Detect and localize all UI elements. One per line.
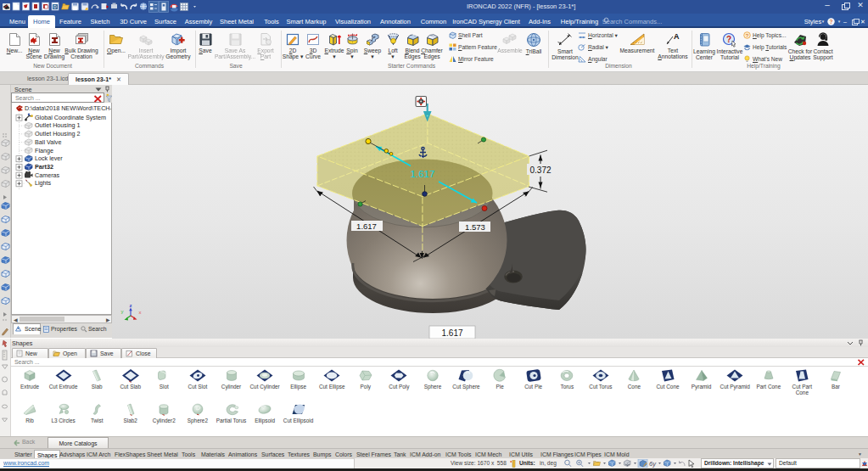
svg-text:Global Coordinate System: Global Coordinate System: [35, 114, 106, 121]
svg-text:1.573: 1.573: [465, 222, 485, 232]
svg-text:D: D: [53, 4, 57, 9]
svg-text:Part32: Part32: [35, 163, 53, 171]
svg-text:y: y: [121, 309, 124, 314]
svg-text:z: z: [130, 303, 132, 308]
svg-text:1.617: 1.617: [411, 169, 435, 179]
svg-text:Lights: Lights: [35, 179, 52, 187]
svg-text:6y: 6y: [649, 460, 657, 468]
svg-text:Outlet Housing 2: Outlet Housing 2: [35, 130, 81, 137]
svg-text:Lock lever: Lock lever: [35, 154, 63, 162]
svg-text:Ball Valve: Ball Valve: [35, 138, 61, 146]
svg-text:1.617: 1.617: [356, 221, 377, 231]
svg-text:?: ?: [726, 35, 731, 44]
svg-text:?: ?: [830, 19, 833, 25]
svg-text:0.372: 0.372: [529, 165, 551, 175]
svg-text:Cameras: Cameras: [35, 171, 60, 179]
svg-text:Outlet Housing 1: Outlet Housing 1: [35, 121, 81, 129]
svg-text:1.617: 1.617: [441, 328, 462, 338]
svg-text:x: x: [139, 310, 142, 315]
svg-text:D:\data\2018 NEW\Word\TECH-NET: D:\data\2018 NEW\Word\TECH-NET: [25, 104, 111, 112]
svg-text:Flange: Flange: [35, 147, 53, 154]
